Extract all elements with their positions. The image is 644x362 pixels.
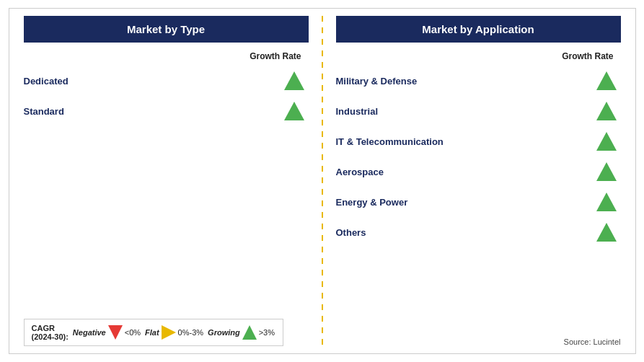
arrow-right-icon bbox=[162, 325, 176, 340]
right-item-label: Others bbox=[336, 227, 366, 238]
right-item-row: IT & Telecommunication bbox=[336, 126, 621, 156]
arrow-up-icon bbox=[596, 132, 617, 151]
arrow-up-icon bbox=[596, 223, 617, 242]
left-item-label: Dedicated bbox=[24, 76, 69, 87]
arrow-up-icon bbox=[596, 102, 617, 120]
legend-cagr-label: CAGR (2024-30): bbox=[32, 324, 69, 341]
dashed-line bbox=[322, 16, 323, 346]
left-item-label: Standard bbox=[24, 106, 64, 117]
right-item-label: Military & Defense bbox=[336, 76, 418, 87]
legend-growing: Growing >3% bbox=[208, 325, 275, 340]
source-label: Source: Lucintel bbox=[336, 332, 621, 346]
main-container: Market by Type Growth Rate Dedicated Sta… bbox=[9, 8, 636, 354]
left-panel: Market by Type Growth Rate Dedicated Sta… bbox=[17, 16, 316, 346]
right-panel: Market by Application Growth Rate Milita… bbox=[329, 16, 628, 346]
right-panel-header: Market by Application bbox=[336, 16, 621, 43]
right-item-row: Aerospace bbox=[336, 156, 621, 187]
legend-negative: Negative <0% bbox=[73, 325, 141, 340]
right-item-row: Industrial bbox=[336, 96, 621, 126]
arrow-up-icon bbox=[284, 102, 304, 120]
right-item-row: Military & Defense bbox=[336, 66, 621, 96]
arrow-up-icon bbox=[284, 71, 304, 90]
legend-box: CAGR (2024-30): Negative <0% Flat 0%-3% … bbox=[24, 319, 283, 346]
left-item-row: Dedicated bbox=[24, 66, 309, 96]
left-growth-rate-label: Growth Rate bbox=[24, 51, 309, 61]
arrow-up-icon bbox=[596, 193, 617, 211]
legend-flat: Flat 0%-3% bbox=[145, 325, 203, 340]
left-panel-header: Market by Type bbox=[24, 16, 309, 43]
left-item-row: Standard bbox=[24, 96, 309, 126]
arrow-down-icon bbox=[108, 325, 123, 340]
arrow-up-icon bbox=[596, 71, 617, 90]
right-growth-rate-label: Growth Rate bbox=[336, 51, 621, 61]
arrow-up-icon-sm bbox=[242, 325, 257, 340]
divider bbox=[322, 16, 323, 346]
right-items-list: Military & Defense Industrial IT & Telec… bbox=[336, 66, 621, 247]
arrow-up-icon bbox=[596, 162, 617, 181]
right-item-label: Aerospace bbox=[336, 167, 384, 177]
left-items-list: Dedicated Standard bbox=[24, 66, 309, 126]
right-item-label: IT & Telecommunication bbox=[336, 136, 444, 147]
right-item-row: Others bbox=[336, 217, 621, 247]
right-item-row: Energy & Power bbox=[336, 187, 621, 217]
right-item-label: Industrial bbox=[336, 106, 379, 117]
right-item-label: Energy & Power bbox=[336, 197, 408, 208]
